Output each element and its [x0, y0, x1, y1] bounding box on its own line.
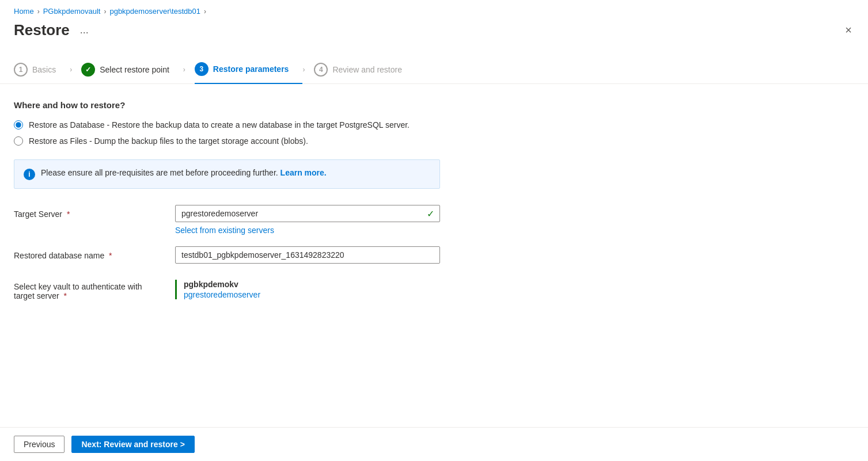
close-button[interactable]: × — [843, 21, 854, 39]
page-title: Restore — [14, 21, 70, 39]
step-label-basics: Basics — [32, 65, 56, 74]
key-vault-row: Select key vault to authenticate with ta… — [14, 280, 854, 300]
step-review-restore[interactable]: 4 Review and restore — [314, 56, 416, 83]
target-server-label-col: Target Server * — [14, 205, 164, 219]
breadcrumb-sep-2: › — [104, 7, 106, 16]
form-section: Target Server * ✓ Select from existing s… — [14, 205, 854, 300]
breadcrumb-sep-3: › — [204, 7, 206, 16]
info-icon: i — [24, 169, 35, 180]
page-header: Restore ... × — [0, 19, 868, 48]
step-sep-1: › — [70, 66, 72, 74]
step-circle-basics: 1 — [14, 63, 28, 77]
footer: Previous Next: Review and restore > — [0, 427, 868, 461]
step-label-select-restore-point: Select restore point — [100, 65, 169, 74]
key-vault-label-line2: target server — [14, 291, 59, 300]
target-server-input-wrapper: ✓ — [175, 205, 440, 222]
next-button[interactable]: Next: Review and restore > — [71, 436, 194, 453]
info-banner: i Please ensure all pre-requisites are m… — [14, 159, 440, 189]
key-vault-server-link[interactable]: pgrestoredemoserver — [184, 290, 260, 299]
restored-db-name-row: Restored database name * — [14, 246, 854, 264]
step-basics[interactable]: 1 Basics — [14, 56, 70, 83]
restored-db-required: * — [109, 251, 112, 260]
step-label-review-restore: Review and restore — [332, 65, 402, 74]
radio-restore-as-files[interactable]: Restore as Files - Dump the backup files… — [14, 136, 854, 146]
step-select-restore-point[interactable]: ✓ Select restore point — [81, 56, 183, 83]
step-circle-select-restore-point: ✓ — [81, 63, 95, 77]
learn-more-link[interactable]: Learn more. — [281, 168, 327, 177]
step-label-restore-parameters: Restore parameters — [213, 64, 289, 74]
ellipsis-button[interactable]: ... — [77, 23, 92, 37]
target-server-label: Target Server — [14, 209, 62, 219]
radio-input-database[interactable] — [14, 120, 23, 129]
key-vault-value: pgbkpdemokv pgrestoredemoserver — [175, 280, 260, 299]
step-circle-review-restore: 4 — [314, 63, 328, 77]
key-vault-label-col: Select key vault to authenticate with ta… — [14, 280, 164, 300]
title-area: Restore ... — [14, 21, 92, 39]
key-vault-name: pgbkpdemokv — [184, 280, 260, 289]
step-sep-3: › — [302, 66, 305, 74]
radio-restore-as-database[interactable]: Restore as Database - Restore the backup… — [14, 120, 854, 129]
restored-db-label: Restored database name — [14, 251, 104, 260]
key-vault-required: * — [63, 291, 66, 300]
info-message: Please ensure all pre-requisites are met… — [41, 168, 278, 177]
radio-label-database: Restore as Database - Restore the backup… — [29, 120, 410, 129]
previous-button[interactable]: Previous — [14, 436, 65, 453]
radio-input-files[interactable] — [14, 136, 23, 146]
breadcrumb-home[interactable]: Home — [14, 7, 34, 16]
breadcrumb-vault[interactable]: PGbkpdemovault — [43, 7, 101, 16]
info-text: Please ensure all pre-requisites are met… — [41, 168, 327, 177]
step-circle-restore-parameters: 3 — [195, 62, 209, 76]
breadcrumb: Home › PGbkpdemovault › pgbkpdemoserver\… — [0, 0, 868, 19]
main-content: Where and how to restore? Restore as Dat… — [0, 84, 868, 427]
section-title: Where and how to restore? — [14, 100, 854, 110]
target-server-check-icon: ✓ — [427, 208, 434, 219]
breadcrumb-sep-1: › — [37, 7, 40, 16]
step-restore-parameters[interactable]: 3 Restore parameters — [195, 55, 303, 84]
restored-db-name-input[interactable] — [175, 246, 440, 264]
target-server-row: Target Server * ✓ Select from existing s… — [14, 205, 854, 235]
target-server-input[interactable] — [175, 205, 440, 222]
breadcrumb-server[interactable]: pgbkpdemoserver\testdb01 — [109, 7, 200, 16]
target-server-required: * — [67, 209, 70, 219]
select-existing-servers-link[interactable]: Select from existing servers — [175, 226, 440, 235]
radio-label-files: Restore as Files - Dump the backup files… — [29, 136, 308, 146]
key-vault-label-line1: Select key vault to authenticate with — [14, 282, 142, 291]
restored-db-control-col — [175, 246, 440, 264]
target-server-control-col: ✓ Select from existing servers — [175, 205, 440, 235]
step-sep-2: › — [183, 66, 185, 74]
restore-type-radio-group: Restore as Database - Restore the backup… — [14, 120, 854, 146]
restored-db-label-col: Restored database name * — [14, 246, 164, 260]
wizard-steps: 1 Basics › ✓ Select restore point › 3 Re… — [0, 48, 868, 84]
